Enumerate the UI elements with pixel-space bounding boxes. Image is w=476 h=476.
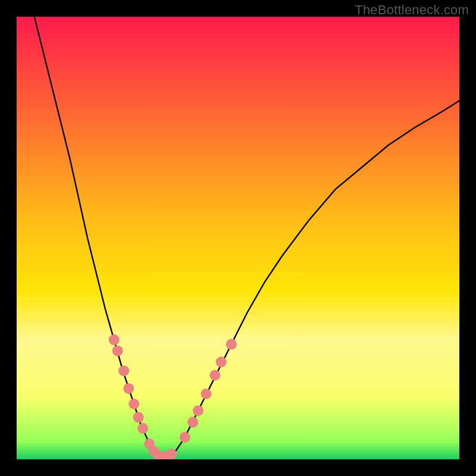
chart-plot <box>17 17 459 459</box>
scatter-dot <box>226 339 237 350</box>
scatter-dot <box>109 334 120 345</box>
chart-frame: TheBottleneck.com <box>0 0 476 476</box>
scatter-dot <box>118 365 129 376</box>
scatter-dot <box>216 356 227 367</box>
watermark-text: TheBottleneck.com <box>355 2 469 18</box>
scatter-dot <box>129 399 139 409</box>
scatter-dot <box>209 370 220 381</box>
scatter-dot <box>166 449 177 459</box>
scatter-dot <box>187 417 198 428</box>
scatter-dot <box>180 432 190 443</box>
scatter-dot <box>201 389 211 399</box>
scatter-dot <box>112 346 123 356</box>
scatter-dot <box>193 405 203 416</box>
scatter-dot <box>123 383 134 394</box>
gradient-background <box>17 17 459 459</box>
scatter-dot <box>137 423 148 434</box>
scatter-dot <box>133 412 144 422</box>
